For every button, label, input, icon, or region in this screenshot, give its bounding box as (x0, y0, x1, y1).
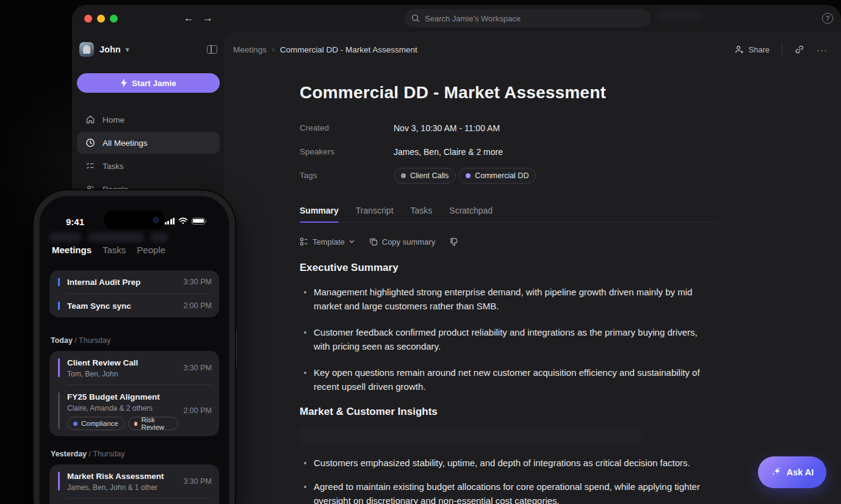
tag-dot (401, 173, 406, 178)
sidebar-toggle-icon[interactable] (207, 45, 217, 54)
section-heading: Executive Summary (300, 262, 719, 274)
tag-chip-commercial-dd[interactable]: Commercial DD (458, 168, 536, 184)
search-icon (411, 14, 420, 23)
tag-label: Compliance (81, 420, 118, 427)
template-dropdown[interactable]: Template (300, 237, 355, 247)
sidebar-item-label: Tasks (103, 162, 124, 171)
sparkle-icon (771, 467, 782, 478)
start-jamie-button[interactable]: Start Jamie (77, 73, 220, 93)
main-panel: Meetings › Commercial DD - Market Assess… (225, 32, 841, 504)
tag-label: Risk Review (141, 416, 172, 431)
lightning-icon (120, 79, 128, 87)
template-icon (300, 237, 308, 246)
meeting-time: 2:00 PM (183, 406, 212, 415)
meeting-time: 2:00 PM (183, 301, 212, 310)
home-icon (85, 115, 95, 124)
more-options-button[interactable]: ··· (817, 45, 828, 55)
meeting-time: 3:30 PM (183, 477, 212, 486)
meeting-row[interactable]: Client Review Call Tom, Ben, John 3:30 P… (57, 351, 212, 384)
phone-mockup: 9:41 Meetings Tasks People Internal (34, 190, 235, 504)
redacted-blob (657, 9, 703, 22)
phone-statusbar: 9:41 (39, 214, 229, 229)
back-arrow-icon[interactable]: ← (184, 12, 194, 24)
avatar (79, 42, 94, 57)
phone-tabs: Meetings Tasks People (52, 245, 165, 255)
sidebar-item-all-meetings[interactable]: All Meetings (77, 132, 220, 154)
bullet-dot (304, 331, 306, 334)
meeting-row[interactable]: Market Risk Assessment James, Ben, John … (57, 464, 212, 498)
minimize-window-button[interactable] (97, 15, 105, 23)
window-topbar: ← → Search Jamie's Workspace ? (72, 5, 841, 32)
thumbs-down-icon (450, 237, 459, 247)
bullet-dot (304, 486, 306, 488)
person-plus-icon (735, 45, 744, 54)
tag-chip-risk-review[interactable]: Risk Review (128, 417, 179, 430)
breadcrumb-parent[interactable]: Meetings (233, 45, 267, 54)
sidebar-item-label: All Meetings (103, 139, 148, 148)
wifi-icon (178, 217, 188, 225)
section-label: Yesterday / Thursday (51, 450, 125, 458)
phone-tab-people[interactable]: People (137, 245, 165, 255)
template-label: Template (312, 237, 345, 247)
link-icon (795, 45, 804, 54)
document-tabs: Summary Transcript Tasks Scratchpad (300, 206, 719, 223)
section-bullets: Customers emphasized stability, uptime, … (300, 456, 719, 504)
copy-icon (369, 237, 378, 246)
bullet-dot (304, 372, 306, 374)
tab-transcript[interactable]: Transcript (356, 206, 394, 222)
summary-bullet: Key open questions remain around net new… (300, 365, 719, 394)
section-label-weekday: / Thursday (87, 450, 125, 458)
user-name: John (99, 45, 121, 54)
tag-dot (73, 422, 78, 426)
ask-ai-button[interactable]: Ask AI (758, 456, 826, 488)
zoom-window-button[interactable] (110, 15, 118, 23)
chevron-down-icon (349, 240, 355, 243)
meeting-color-bar (58, 358, 60, 377)
meeting-row[interactable]: Design sync (57, 499, 212, 504)
ask-ai-label: Ask AI (787, 467, 814, 477)
phone-power-button (235, 329, 237, 367)
close-window-button[interactable] (84, 15, 92, 23)
meeting-title: Market Risk Assessment (67, 472, 164, 481)
tab-summary[interactable]: Summary (300, 206, 339, 222)
meeting-row[interactable]: Team Sync sync 2:00 PM (57, 294, 212, 317)
sidebar-item-home[interactable]: Home (77, 109, 220, 131)
forward-arrow-icon[interactable]: → (203, 12, 213, 24)
meeting-row[interactable]: Internal Audit Prep 3:30 PM (57, 270, 212, 293)
page-title: Commercial DD - Market Assessment (300, 83, 719, 103)
redacted-blob (300, 427, 641, 446)
copy-summary-button[interactable]: Copy summary (369, 237, 435, 247)
share-label: Share (748, 45, 770, 54)
meeting-time: 3:30 PM (183, 278, 212, 286)
meeting-meta: Created Nov 3, 10:30 AM - 11:00 AM Speak… (300, 116, 719, 187)
thumbs-down-button[interactable] (450, 237, 459, 247)
tab-scratchpad[interactable]: Scratchpad (449, 206, 493, 222)
meeting-row[interactable]: FY25 Budget Alignment Claire, Amanda & 2… (57, 385, 212, 436)
summary-bullet: Customers emphasized stability, uptime, … (300, 456, 719, 470)
phone-tab-tasks[interactable]: Tasks (103, 245, 126, 255)
meeting-people: Tom, Ben, John (67, 370, 178, 378)
status-time: 9:41 (66, 217, 84, 227)
summary-bullet: Customer feedback confirmed product reli… (300, 325, 719, 353)
copy-link-button[interactable] (795, 45, 804, 54)
section-label-day: Today (51, 336, 73, 345)
help-button[interactable]: ? (822, 13, 833, 24)
workspace-switcher[interactable]: John ▼ (77, 39, 220, 60)
meeting-card: Market Risk Assessment James, Ben, John … (49, 464, 219, 504)
tab-tasks[interactable]: Tasks (411, 206, 433, 222)
tag-chip-compliance[interactable]: Compliance (67, 417, 125, 430)
tag-chip-client-calls[interactable]: Client Calls (394, 168, 456, 184)
chevron-down-icon: ▼ (125, 46, 131, 53)
summary-bullet: Agreed to maintain existing budget alloc… (300, 480, 719, 504)
search-input[interactable]: Search Jamie's Workspace (404, 9, 651, 27)
help-glyph: ? (826, 15, 829, 22)
meeting-card: Internal Audit Prep 3:30 PM Team Sync sy… (49, 270, 219, 317)
meeting-color-bar (58, 278, 60, 286)
section-label-day: Yesterday (51, 450, 87, 458)
sidebar-item-label: Home (103, 115, 125, 124)
phone-tab-meetings[interactable]: Meetings (52, 245, 92, 255)
share-button[interactable]: Share (735, 45, 770, 54)
meeting-color-bar (58, 301, 60, 310)
bullet-dot (304, 291, 306, 293)
sidebar-item-tasks[interactable]: Tasks (77, 155, 220, 177)
